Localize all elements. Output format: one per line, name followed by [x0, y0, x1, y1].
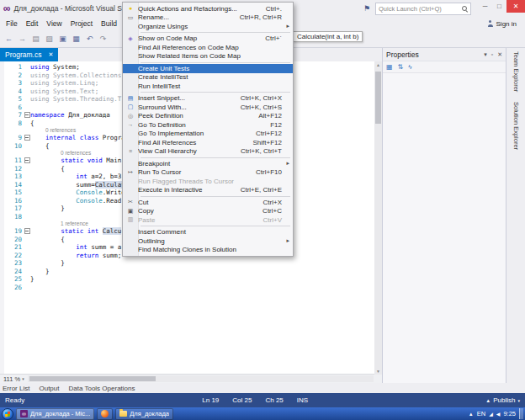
tab-data-tools-operations[interactable]: Data Tools Operations: [68, 385, 135, 392]
vertical-scrollbar[interactable]: [374, 61, 382, 375]
menu-item-insert-comment[interactable]: Insert Comment: [123, 228, 293, 237]
tab-team-explorer[interactable]: Team Explorer: [512, 51, 520, 92]
horizontal-scrollbar-thumb[interactable]: [29, 376, 156, 381]
redo-icon[interactable]: ↷: [98, 35, 109, 43]
code-text[interactable]: }: [30, 259, 65, 268]
tab-close-icon[interactable]: ✕: [48, 51, 53, 58]
code-text[interactable]: Console.Read: [30, 197, 121, 205]
quick-launch-box[interactable]: [375, 3, 471, 15]
language-indicator[interactable]: EN: [477, 410, 485, 417]
code-text[interactable]: {: [30, 236, 65, 244]
tab-output[interactable]: Output: [39, 385, 59, 392]
menu-item-find-matching-clones-in-solution[interactable]: Find Matching Clones in Solution: [123, 246, 293, 255]
close-button[interactable]: ✕: [506, 0, 525, 13]
menu-edit[interactable]: Edit: [22, 18, 43, 29]
menu-item-go-to-implementation[interactable]: Go To ImplementationCtrl+F12: [123, 130, 293, 139]
taskbar-button-visual-studio[interactable]: ∞ Для_доклада - Mic...: [16, 408, 94, 420]
menu-item-execute-in-interactive[interactable]: Execute in InteractiveCtrl+E, Ctrl+E: [123, 186, 293, 195]
collapse-icon[interactable]: [24, 135, 30, 141]
publish-button[interactable]: ▲ Publish ▾: [485, 396, 520, 404]
network-icon[interactable]: ◢: [489, 411, 493, 417]
code-text[interactable]: return summ;: [30, 252, 121, 260]
code-text[interactable]: static int Calcu: [30, 227, 121, 236]
clock[interactable]: 9:25: [503, 410, 516, 417]
back-icon[interactable]: ←: [3, 35, 14, 43]
quick-launch-input[interactable]: [376, 5, 461, 13]
vertical-scrollbar-thumb[interactable]: [375, 72, 381, 124]
volume-icon[interactable]: ◀: [496, 411, 501, 417]
menu-item-go-to-definition[interactable]: →Go To DefinitionF12: [123, 120, 293, 130]
code-text[interactable]: using System.Collections: [30, 72, 121, 80]
menu-item-create-unit-tests[interactable]: Create Unit Tests: [123, 64, 293, 73]
menu-view[interactable]: View: [42, 18, 66, 29]
menu-item-rename[interactable]: ▭Rename...Ctrl+R, Ctrl+R: [123, 13, 293, 23]
hidden-icons-arrow[interactable]: ▲: [469, 412, 474, 417]
code-text[interactable]: {: [30, 165, 65, 173]
maximize-button[interactable]: □: [492, 0, 506, 13]
save-all-icon[interactable]: ▦: [71, 35, 82, 43]
code-text[interactable]: }: [30, 275, 34, 284]
menu-item-cut[interactable]: ✂CutCtrl+X: [123, 198, 293, 207]
open-file-icon[interactable]: ▨: [44, 35, 55, 43]
menu-item-insert-snippet[interactable]: ▤Insert Snippet...Ctrl+K, Ctrl+X: [123, 94, 293, 104]
menu-item-run-flagged-threads-to-cursor[interactable]: Run Flagged Threads To Cursor: [123, 177, 293, 186]
feedback-flag-icon[interactable]: ⚑: [363, 4, 370, 13]
events-icon[interactable]: ϟ: [408, 63, 411, 71]
code-text[interactable]: int a=2, b=3: [30, 173, 121, 181]
categorized-icon[interactable]: ▦: [386, 63, 393, 71]
code-text[interactable]: int summ = a: [30, 243, 121, 252]
alphabetical-icon[interactable]: ⇅: [398, 63, 404, 71]
save-icon[interactable]: ▣: [57, 35, 68, 43]
menu-build[interactable]: Build: [97, 18, 121, 29]
code-text[interactable]: using System.Threading.T: [30, 95, 121, 104]
menu-item-run-to-cursor[interactable]: ↦Run To CursorCtrl+F10: [123, 168, 293, 178]
show-desktop-button[interactable]: [519, 408, 523, 419]
window-menu-icon[interactable]: ▾: [484, 51, 487, 58]
menu-item-show-related-items-on-code-map[interactable]: Show Related Items on Code Map: [123, 52, 293, 61]
collapse-icon[interactable]: [24, 157, 30, 163]
menu-item-peek-definition[interactable]: ◎Peek DefinitionAlt+F12: [123, 112, 293, 121]
minimize-button[interactable]: ─: [478, 0, 492, 13]
sign-in-button[interactable]: Sign in: [487, 20, 517, 28]
code-text[interactable]: using System.Linq;: [30, 79, 98, 88]
code-text[interactable]: static void Main(: [30, 157, 125, 165]
menu-item-outlining[interactable]: Outlining▸: [123, 237, 293, 246]
menu-file[interactable]: File: [2, 18, 22, 29]
menu-item-paste[interactable]: ▥PasteCtrl+V: [123, 215, 293, 225]
menu-item-find-all-references-on-code-map[interactable]: Find All References on Code Map: [123, 43, 293, 52]
codelens-link[interactable]: 0 references: [30, 127, 76, 134]
menu-item-view-call-hierarchy[interactable]: ≡View Call HierarchyCtrl+K, Ctrl+T: [123, 147, 293, 157]
start-button[interactable]: [2, 408, 13, 420]
new-file-icon[interactable]: ▤: [30, 35, 41, 43]
tab-solution-explorer[interactable]: Solution Explorer: [512, 102, 520, 150]
tab-program-cs[interactable]: Program.cs ✕: [0, 48, 58, 61]
code-text[interactable]: internal class Progra: [30, 134, 125, 142]
code-text[interactable]: using System;: [30, 63, 80, 72]
menu-item-show-on-code-map[interactable]: ◈Show on Code MapCtrl+`: [123, 35, 293, 44]
menu-item-breakpoint[interactable]: Breakpoint▸: [123, 159, 293, 168]
menu-project[interactable]: Project: [66, 18, 97, 29]
taskbar-button-browser[interactable]: [97, 408, 113, 420]
menu-item-find-all-references[interactable]: Find All ReferencesShift+F12: [123, 138, 293, 147]
menu-item-copy[interactable]: ▣CopyCtrl+C: [123, 207, 293, 216]
code-text[interactable]: }: [30, 205, 65, 213]
pin-icon[interactable]: ▫: [491, 51, 493, 58]
code-text[interactable]: }: [30, 268, 50, 276]
collapse-icon[interactable]: [24, 228, 30, 234]
undo-icon[interactable]: ↶: [84, 35, 95, 43]
code-text[interactable]: Console.Write: [30, 189, 125, 197]
forward-icon[interactable]: →: [17, 35, 28, 43]
code-text[interactable]: using System.Text;: [30, 88, 98, 96]
taskbar-button-folder[interactable]: Для_доклада: [115, 408, 173, 420]
code-text[interactable]: {: [30, 120, 34, 128]
code-text[interactable]: {: [30, 142, 50, 151]
codelens-link[interactable]: 0 references: [30, 150, 91, 157]
menu-item-run-intellitest[interactable]: Run IntelliTest: [123, 82, 293, 91]
collapse-icon[interactable]: [24, 112, 30, 118]
code-text[interactable]: summ=Calculat: [30, 181, 125, 189]
codelens-link[interactable]: 1 reference: [30, 221, 88, 227]
tab-error-list[interactable]: Error List: [3, 385, 29, 392]
menu-item-create-intellitest[interactable]: Create IntelliTest: [123, 73, 293, 82]
menu-item-organize-usings[interactable]: Organize Usings▸: [123, 22, 293, 31]
zoom-control[interactable]: 111 % ▾: [0, 375, 28, 383]
